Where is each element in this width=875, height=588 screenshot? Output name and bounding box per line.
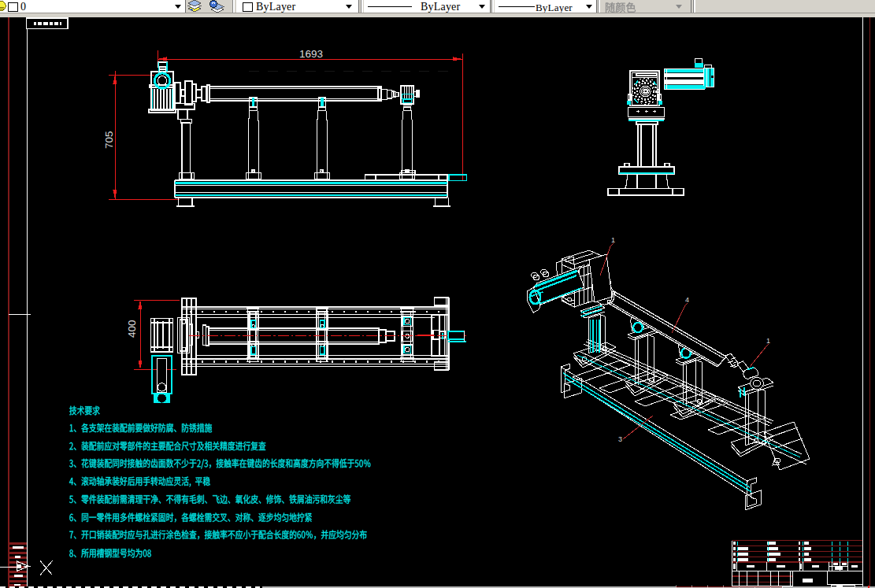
svg-text:1693: 1693 — [299, 48, 323, 60]
svg-text:4: 4 — [685, 296, 689, 304]
svg-text:1: 1 — [766, 337, 770, 345]
svg-text:1: 1 — [611, 236, 615, 244]
svg-text:3: 3 — [618, 435, 622, 443]
svg-text:705: 705 — [103, 131, 115, 149]
svg-text:400: 400 — [126, 320, 138, 338]
